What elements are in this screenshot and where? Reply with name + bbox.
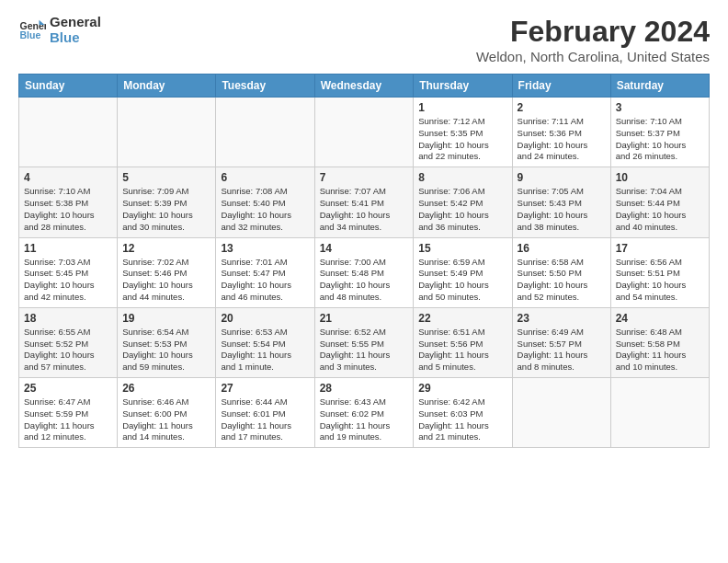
day-cell: 14Sunrise: 7:00 AM Sunset: 5:48 PM Dayli… <box>314 237 414 307</box>
day-info: Sunrise: 6:55 AM Sunset: 5:52 PM Dayligh… <box>24 327 112 373</box>
logo-general: General <box>50 15 101 30</box>
day-info: Sunrise: 7:05 AM Sunset: 5:43 PM Dayligh… <box>518 186 606 233</box>
day-info: Sunrise: 7:04 AM Sunset: 5:44 PM Dayligh… <box>616 186 704 233</box>
weekday-header-thursday: Thursday <box>414 75 512 98</box>
day-cell: 26Sunrise: 6:46 AM Sunset: 6:00 PM Dayli… <box>118 378 216 448</box>
logo-blue: Blue <box>50 30 101 46</box>
day-cell: 18Sunrise: 6:55 AM Sunset: 5:52 PM Dayli… <box>19 307 118 377</box>
weekday-header-sunday: Sunday <box>19 75 118 98</box>
day-info: Sunrise: 6:54 AM Sunset: 5:53 PM Dayligh… <box>122 327 210 373</box>
day-number: 15 <box>418 242 506 255</box>
day-number: 16 <box>518 242 606 255</box>
day-info: Sunrise: 7:11 AM Sunset: 5:36 PM Dayligh… <box>518 116 606 163</box>
day-cell: 27Sunrise: 6:44 AM Sunset: 6:01 PM Dayli… <box>216 378 314 448</box>
day-cell: 12Sunrise: 7:02 AM Sunset: 5:46 PM Dayli… <box>118 237 216 307</box>
day-cell <box>610 378 709 448</box>
day-info: Sunrise: 6:48 AM Sunset: 5:58 PM Dayligh… <box>616 327 704 373</box>
day-info: Sunrise: 7:10 AM Sunset: 5:37 PM Dayligh… <box>616 116 704 163</box>
day-cell <box>314 98 414 167</box>
day-info: Sunrise: 6:44 AM Sunset: 6:01 PM Dayligh… <box>221 396 309 443</box>
week-row-5: 25Sunrise: 6:47 AM Sunset: 5:59 PM Dayli… <box>19 378 710 448</box>
day-number: 27 <box>221 382 309 395</box>
week-row-4: 18Sunrise: 6:55 AM Sunset: 5:52 PM Dayli… <box>19 307 710 377</box>
day-info: Sunrise: 6:46 AM Sunset: 6:00 PM Dayligh… <box>122 396 210 443</box>
day-info: Sunrise: 7:06 AM Sunset: 5:42 PM Dayligh… <box>418 186 506 233</box>
day-info: Sunrise: 7:00 AM Sunset: 5:48 PM Dayligh… <box>320 257 409 304</box>
day-number: 10 <box>616 171 704 184</box>
day-cell: 15Sunrise: 6:59 AM Sunset: 5:49 PM Dayli… <box>414 237 512 307</box>
day-cell: 6Sunrise: 7:08 AM Sunset: 5:40 PM Daylig… <box>216 167 314 237</box>
day-cell: 10Sunrise: 7:04 AM Sunset: 5:44 PM Dayli… <box>610 167 709 237</box>
week-row-3: 11Sunrise: 7:03 AM Sunset: 5:45 PM Dayli… <box>19 237 710 307</box>
day-number: 8 <box>418 171 506 184</box>
day-info: Sunrise: 6:58 AM Sunset: 5:50 PM Dayligh… <box>518 257 606 304</box>
day-number: 19 <box>122 312 210 325</box>
day-info: Sunrise: 6:49 AM Sunset: 5:57 PM Dayligh… <box>518 327 606 373</box>
day-number: 7 <box>320 171 409 184</box>
day-info: Sunrise: 7:01 AM Sunset: 5:47 PM Dayligh… <box>221 257 309 304</box>
day-info: Sunrise: 7:12 AM Sunset: 5:35 PM Dayligh… <box>418 116 506 163</box>
day-cell: 28Sunrise: 6:43 AM Sunset: 6:02 PM Dayli… <box>314 378 414 448</box>
week-row-2: 4Sunrise: 7:10 AM Sunset: 5:38 PM Daylig… <box>19 167 710 237</box>
day-number: 13 <box>221 242 309 255</box>
day-info: Sunrise: 6:53 AM Sunset: 5:54 PM Dayligh… <box>221 327 309 373</box>
week-row-1: 1Sunrise: 7:12 AM Sunset: 5:35 PM Daylig… <box>19 98 710 167</box>
day-cell: 16Sunrise: 6:58 AM Sunset: 5:50 PM Dayli… <box>512 237 610 307</box>
day-cell: 11Sunrise: 7:03 AM Sunset: 5:45 PM Dayli… <box>19 237 118 307</box>
day-cell: 9Sunrise: 7:05 AM Sunset: 5:43 PM Daylig… <box>512 167 610 237</box>
day-cell: 29Sunrise: 6:42 AM Sunset: 6:03 PM Dayli… <box>414 378 512 448</box>
day-number: 11 <box>24 242 112 255</box>
day-number: 1 <box>418 101 506 114</box>
day-cell: 7Sunrise: 7:07 AM Sunset: 5:41 PM Daylig… <box>314 167 414 237</box>
day-info: Sunrise: 7:02 AM Sunset: 5:46 PM Dayligh… <box>122 257 210 304</box>
day-info: Sunrise: 6:51 AM Sunset: 5:56 PM Dayligh… <box>418 327 506 373</box>
day-info: Sunrise: 6:56 AM Sunset: 5:51 PM Dayligh… <box>616 257 704 304</box>
day-number: 2 <box>518 101 606 114</box>
day-cell: 4Sunrise: 7:10 AM Sunset: 5:38 PM Daylig… <box>19 167 118 237</box>
day-info: Sunrise: 7:08 AM Sunset: 5:40 PM Dayligh… <box>221 186 309 233</box>
day-number: 29 <box>418 382 506 395</box>
day-cell: 22Sunrise: 6:51 AM Sunset: 5:56 PM Dayli… <box>414 307 512 377</box>
logo-icon: General Blue <box>18 17 46 44</box>
day-cell: 8Sunrise: 7:06 AM Sunset: 5:42 PM Daylig… <box>414 167 512 237</box>
logo: General Blue General Blue <box>18 15 101 45</box>
calendar: SundayMondayTuesdayWednesdayThursdayFrid… <box>18 74 710 448</box>
weekday-header-monday: Monday <box>118 75 216 98</box>
day-number: 4 <box>24 171 112 184</box>
day-info: Sunrise: 6:59 AM Sunset: 5:49 PM Dayligh… <box>418 257 506 304</box>
day-number: 5 <box>122 171 210 184</box>
day-cell <box>512 378 610 448</box>
day-info: Sunrise: 7:09 AM Sunset: 5:39 PM Dayligh… <box>122 186 210 233</box>
month-title: February 2024 <box>476 15 710 49</box>
day-info: Sunrise: 6:43 AM Sunset: 6:02 PM Dayligh… <box>320 396 409 443</box>
title-section: February 2024 Weldon, North Carolina, Un… <box>476 15 710 64</box>
day-cell: 21Sunrise: 6:52 AM Sunset: 5:55 PM Dayli… <box>314 307 414 377</box>
day-cell: 13Sunrise: 7:01 AM Sunset: 5:47 PM Dayli… <box>216 237 314 307</box>
day-number: 17 <box>616 242 704 255</box>
weekday-header-saturday: Saturday <box>610 75 709 98</box>
weekday-header-friday: Friday <box>512 75 610 98</box>
day-number: 20 <box>221 312 309 325</box>
day-number: 3 <box>616 101 704 114</box>
weekday-header-tuesday: Tuesday <box>216 75 314 98</box>
day-number: 23 <box>518 312 606 325</box>
weekday-header-row: SundayMondayTuesdayWednesdayThursdayFrid… <box>19 75 710 98</box>
day-cell: 23Sunrise: 6:49 AM Sunset: 5:57 PM Dayli… <box>512 307 610 377</box>
day-number: 24 <box>616 312 704 325</box>
day-cell: 25Sunrise: 6:47 AM Sunset: 5:59 PM Dayli… <box>19 378 118 448</box>
day-info: Sunrise: 7:07 AM Sunset: 5:41 PM Dayligh… <box>320 186 409 233</box>
day-cell: 24Sunrise: 6:48 AM Sunset: 5:58 PM Dayli… <box>610 307 709 377</box>
day-number: 26 <box>122 382 210 395</box>
day-cell: 20Sunrise: 6:53 AM Sunset: 5:54 PM Dayli… <box>216 307 314 377</box>
day-number: 9 <box>518 171 606 184</box>
day-number: 14 <box>320 242 409 255</box>
day-number: 22 <box>418 312 506 325</box>
day-number: 25 <box>24 382 112 395</box>
header: General Blue General Blue February 2024 … <box>18 15 710 64</box>
day-cell: 19Sunrise: 6:54 AM Sunset: 5:53 PM Dayli… <box>118 307 216 377</box>
day-info: Sunrise: 6:47 AM Sunset: 5:59 PM Dayligh… <box>24 396 112 443</box>
day-cell <box>118 98 216 167</box>
day-cell: 17Sunrise: 6:56 AM Sunset: 5:51 PM Dayli… <box>610 237 709 307</box>
day-cell <box>19 98 118 167</box>
day-cell <box>216 98 314 167</box>
